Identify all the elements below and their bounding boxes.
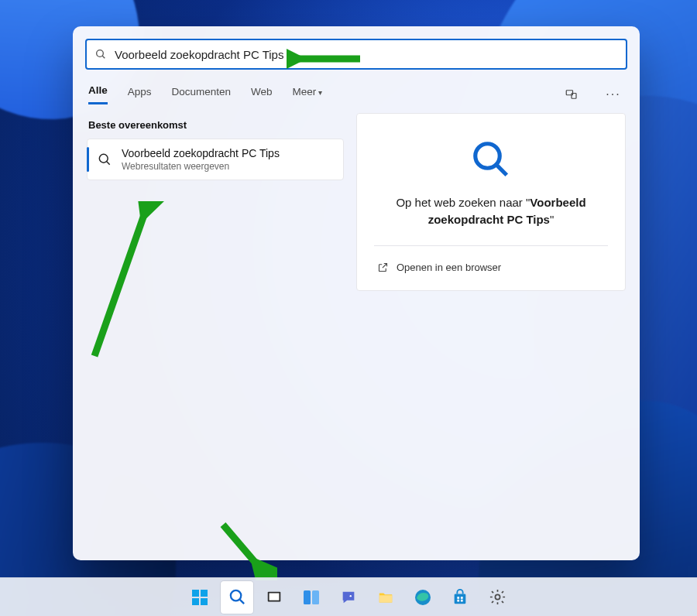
- tab-apps-label: Apps: [128, 86, 152, 98]
- svg-line-1: [102, 56, 105, 58]
- divider: [374, 245, 608, 246]
- svg-point-0: [97, 50, 104, 57]
- svg-rect-19: [304, 590, 311, 604]
- svg-point-21: [350, 594, 352, 596]
- taskbar: [0, 577, 697, 616]
- tab-more-label: Meer: [293, 86, 317, 98]
- svg-line-5: [107, 162, 110, 165]
- best-match-heading: Beste overeenkomst: [88, 119, 344, 131]
- svg-point-15: [230, 590, 240, 601]
- tab-web-label: Web: [251, 86, 273, 98]
- results-column: Beste overeenkomst Voorbeeld zoekopdrach…: [87, 113, 344, 551]
- svg-point-29: [495, 594, 500, 599]
- tab-documents[interactable]: Documenten: [172, 86, 232, 104]
- taskbar-chat-button[interactable]: [332, 581, 365, 614]
- taskbar-search-button[interactable]: [221, 581, 253, 614]
- taskbar-file-explorer-button[interactable]: [369, 581, 402, 614]
- svg-rect-24: [455, 594, 466, 604]
- taskbar-store-button[interactable]: [444, 581, 476, 614]
- svg-rect-25: [457, 597, 459, 599]
- best-match-result[interactable]: Voorbeeld zoekopdracht PC Tips Webresult…: [87, 139, 344, 180]
- search-icon: [97, 152, 112, 167]
- svg-rect-20: [312, 590, 319, 604]
- result-subtitle: Webresultaten weergeven: [122, 161, 280, 172]
- tab-more[interactable]: Meer▾: [293, 86, 323, 104]
- preview-card: Op het web zoeken naar "Voorbeeld zoekop…: [356, 113, 626, 291]
- svg-rect-22: [379, 595, 393, 602]
- open-in-browser-label: Openen in een browser: [397, 262, 501, 273]
- search-across-devices-button[interactable]: [561, 84, 582, 105]
- taskbar-edge-button[interactable]: [407, 581, 439, 614]
- svg-point-6: [476, 144, 500, 169]
- svg-line-7: [496, 165, 506, 175]
- taskbar-start-button[interactable]: [184, 581, 216, 614]
- tab-documents-label: Documenten: [172, 86, 232, 98]
- taskbar-settings-button[interactable]: [481, 581, 513, 614]
- svg-line-16: [239, 600, 244, 604]
- preview-column: Op het web zoeken naar "Voorbeeld zoekop…: [356, 113, 626, 551]
- open-external-icon: [377, 262, 389, 273]
- open-in-browser-button[interactable]: Openen in een browser: [376, 257, 606, 278]
- search-input[interactable]: [115, 48, 618, 61]
- svg-rect-14: [201, 598, 208, 605]
- magnifier-icon: [376, 139, 606, 180]
- taskbar-widgets-button[interactable]: [295, 581, 328, 614]
- search-icon: [94, 48, 107, 60]
- svg-rect-28: [461, 599, 463, 601]
- chevron-down-icon: ▾: [318, 88, 322, 97]
- search-bar[interactable]: [85, 39, 627, 70]
- tab-all[interactable]: Alle: [88, 84, 108, 104]
- result-title: Voorbeeld zoekopdracht PC Tips: [122, 147, 280, 159]
- more-options-button[interactable]: ···: [603, 84, 624, 105]
- search-panel: Alle Apps Documenten Web Meer▾ ··· Beste…: [73, 26, 640, 560]
- svg-rect-26: [461, 597, 463, 599]
- tab-apps[interactable]: Apps: [128, 86, 152, 104]
- svg-point-4: [99, 154, 108, 163]
- filter-tabs: Alle Apps Documenten Web Meer▾ ···: [73, 70, 640, 108]
- svg-rect-18: [270, 593, 280, 600]
- taskbar-taskview-button[interactable]: [258, 581, 290, 614]
- svg-rect-11: [192, 590, 199, 597]
- tab-all-label: Alle: [88, 84, 108, 96]
- tab-web[interactable]: Web: [251, 86, 273, 104]
- svg-rect-12: [201, 590, 208, 597]
- preview-prefix: Op het web zoeken naar ": [396, 196, 530, 209]
- svg-rect-27: [457, 599, 459, 601]
- preview-suffix: ": [550, 213, 554, 226]
- preview-description: Op het web zoeken naar "Voorbeeld zoekop…: [376, 194, 606, 228]
- svg-rect-13: [192, 598, 199, 605]
